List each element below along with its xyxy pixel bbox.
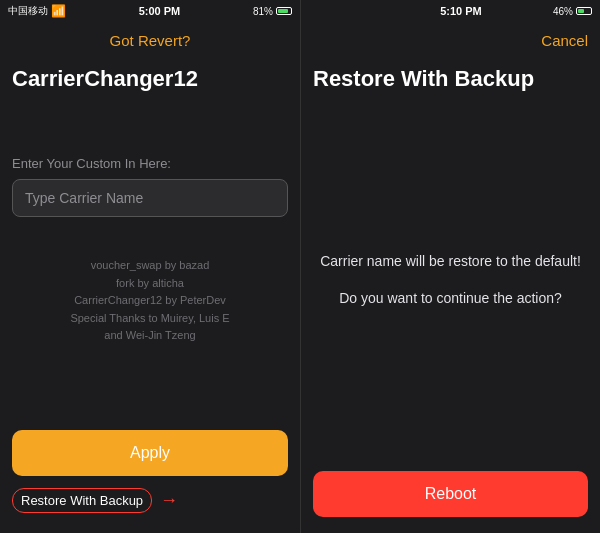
- arrow-right-icon: →: [160, 490, 178, 511]
- app-title-right-container: Restore With Backup: [301, 58, 600, 96]
- app-title-left: CarrierChanger12: [12, 66, 198, 91]
- restore-row: Restore With Backup →: [12, 484, 288, 517]
- right-panel: 5:10 PM 46% Cancel Restore With Backup C…: [300, 0, 600, 533]
- battery-fill-right: [578, 9, 584, 13]
- credits-text: voucher_swap by bazad fork by alticha Ca…: [12, 257, 288, 345]
- carrier-name-input[interactable]: [12, 179, 288, 217]
- apply-button[interactable]: Apply: [12, 430, 288, 476]
- nav-title-left[interactable]: Got Revert?: [110, 32, 191, 49]
- cancel-button[interactable]: Cancel: [541, 32, 588, 49]
- restore-description: Carrier name will be restore to the defa…: [320, 251, 581, 272]
- battery-right-percent: 46%: [553, 6, 573, 17]
- left-status-right-icons: 81%: [253, 6, 292, 17]
- status-bar-right: 5:10 PM 46%: [301, 0, 600, 22]
- battery-right: [576, 7, 592, 15]
- left-time: 5:00 PM: [139, 5, 181, 17]
- right-status-right-icons: 46%: [553, 6, 592, 17]
- carrier-name: 中国移动: [8, 4, 48, 18]
- restore-with-backup-button[interactable]: Restore With Backup: [12, 488, 152, 513]
- left-panel: 中国移动 📶 5:00 PM 81% Got Revert? CarrierCh…: [0, 0, 300, 533]
- wifi-icon: 📶: [51, 4, 66, 18]
- input-label: Enter Your Custom In Here:: [12, 156, 288, 171]
- app-title-right: Restore With Backup: [313, 66, 534, 91]
- battery-left: [276, 7, 292, 15]
- continue-question: Do you want to continue the action?: [339, 288, 562, 309]
- right-content: Carrier name will be restore to the defa…: [301, 96, 600, 463]
- status-bar-left: 中国移动 📶 5:00 PM 81%: [0, 0, 300, 22]
- left-bottom: Apply Restore With Backup →: [0, 422, 300, 533]
- reboot-button[interactable]: Reboot: [313, 471, 588, 517]
- battery-percent: 81%: [253, 6, 273, 17]
- nav-bar-right: Cancel: [301, 22, 600, 58]
- nav-bar-left: Got Revert?: [0, 22, 300, 58]
- left-status-left-icons: 中国移动 📶: [8, 4, 66, 18]
- app-title-left-container: CarrierChanger12: [0, 58, 300, 96]
- left-content: Enter Your Custom In Here: voucher_swap …: [0, 96, 300, 422]
- right-bottom: Reboot: [301, 463, 600, 533]
- right-time: 5:10 PM: [440, 5, 482, 17]
- battery-fill-left: [278, 9, 288, 13]
